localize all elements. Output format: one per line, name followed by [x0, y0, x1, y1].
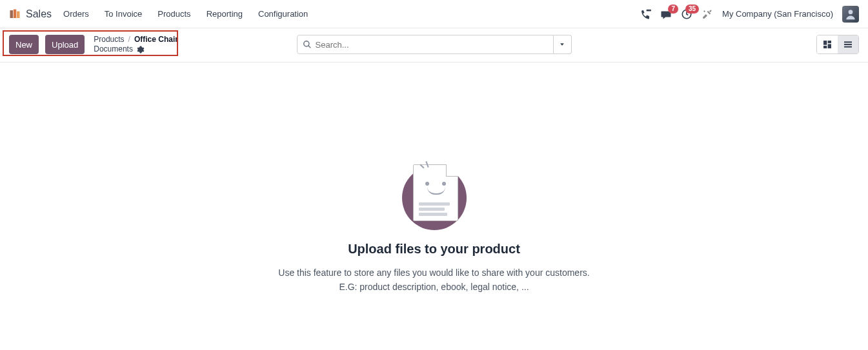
app-title: Sales	[26, 8, 52, 20]
breadcrumb-path: Products / Office Chair	[94, 35, 178, 44]
tools-icon[interactable]	[701, 8, 713, 20]
user-avatar[interactable]	[842, 6, 859, 23]
activities-badge: 35	[685, 5, 699, 14]
empty-text-2: E.G: product description, ebook, legal n…	[339, 280, 529, 294]
view-list-button[interactable]	[838, 35, 858, 53]
nav-right: 7 35 My Company (San Francisco)	[640, 6, 859, 23]
svg-rect-12	[823, 46, 827, 48]
svg-point-3	[647, 10, 648, 11]
svg-point-5	[650, 10, 651, 11]
upload-button[interactable]: Upload	[45, 35, 85, 54]
svg-point-4	[649, 10, 650, 11]
phone-icon[interactable]	[640, 8, 651, 20]
breadcrumb-products[interactable]: Products	[94, 35, 124, 44]
search-icon	[303, 40, 312, 49]
svg-rect-1	[14, 9, 17, 18]
apps-icon	[9, 8, 21, 20]
svg-rect-14	[844, 41, 852, 43]
svg-rect-16	[844, 46, 852, 48]
nav-products[interactable]: Products	[157, 9, 190, 19]
search-options-toggle[interactable]	[554, 35, 572, 54]
view-kanban-button[interactable]	[817, 35, 838, 53]
view-switcher	[816, 35, 859, 54]
nav-menu: Orders To Invoice Products Reporting Con…	[63, 9, 308, 19]
nav-configuration[interactable]: Configuration	[258, 9, 308, 19]
svg-rect-13	[828, 44, 831, 48]
svg-point-8	[303, 41, 308, 46]
app-logo[interactable]: Sales	[9, 8, 52, 20]
new-button[interactable]: New	[9, 35, 39, 54]
svg-rect-0	[10, 10, 14, 18]
nav-reporting[interactable]: Reporting	[207, 9, 243, 19]
svg-rect-2	[17, 11, 20, 18]
breadcrumb: Products / Office Chair Documents	[94, 35, 178, 54]
breadcrumb-current[interactable]: Office Chair	[134, 35, 178, 44]
nav-to-invoice[interactable]: To Invoice	[105, 9, 143, 19]
activities-icon[interactable]: 35	[681, 8, 692, 20]
breadcrumb-sep: /	[128, 35, 130, 44]
empty-state: Upload files to your product Use this fe…	[0, 63, 868, 295]
breadcrumb-sub: Documents	[94, 44, 178, 54]
search-input[interactable]	[316, 40, 548, 50]
svg-rect-11	[828, 41, 831, 43]
empty-illustration	[399, 159, 470, 230]
top-nav: Sales Orders To Invoice Products Reporti…	[0, 0, 868, 28]
messages-icon[interactable]: 7	[660, 8, 672, 20]
svg-rect-15	[844, 44, 852, 45]
breadcrumb-sub-label: Documents	[94, 44, 133, 54]
control-bar: New Upload Products / Office Chair Docum…	[0, 28, 868, 63]
empty-title: Upload files to your product	[348, 242, 520, 257]
search-wrap	[297, 35, 572, 54]
gear-icon[interactable]	[137, 46, 145, 53]
svg-line-9	[308, 46, 310, 48]
messages-badge: 7	[668, 5, 678, 14]
search-box[interactable]	[297, 35, 554, 54]
svg-point-7	[849, 10, 853, 14]
company-selector[interactable]: My Company (San Francisco)	[722, 9, 833, 19]
nav-orders[interactable]: Orders	[63, 9, 89, 19]
empty-text-1: Use this feature to store any files you …	[278, 266, 589, 280]
svg-rect-10	[823, 41, 827, 45]
